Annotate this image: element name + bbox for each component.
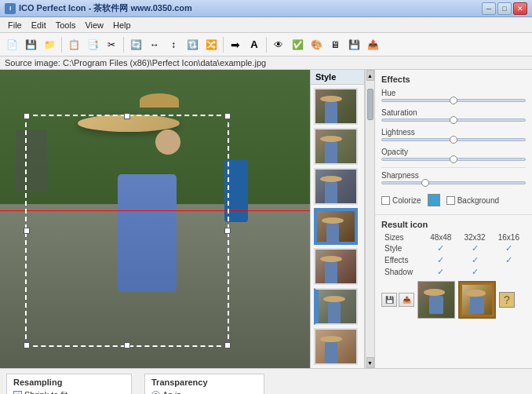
check-icon-1: ✓ [437,243,444,253]
colorize-cb-box[interactable] [381,196,390,205]
style-thumb-2[interactable] [314,128,358,165]
result-save-btn[interactable]: 💾 [381,293,397,307]
toolbar-save2[interactable]: 💾 [345,36,363,53]
style-check-1[interactable]: ✓ [424,243,457,254]
maximize-button[interactable]: □ [497,2,512,15]
scrollbar-up-btn[interactable]: ▲ [366,70,374,81]
result-icon-section: Result icon Sizes 48x48 32x32 16x16 Styl… [375,215,532,327]
toolbar-shuffle[interactable]: 🔀 [202,36,220,53]
result-previews: 💾 📤 ? [381,278,526,322]
opacity-slider[interactable] [381,158,526,161]
style-thumb-4[interactable] [314,208,358,245]
menu-file[interactable]: File [3,19,27,31]
as-is-label: As is [162,390,181,394]
opacity-slider-thumb[interactable] [450,155,457,163]
style-thumb-5[interactable] [314,248,358,285]
effects-row-label: Effects [381,254,424,266]
check-icon-7: ✓ [437,267,444,276]
toolbar-rotate[interactable]: 🔄 [127,36,144,53]
toolbar-flip-v[interactable]: ↕ [165,36,182,53]
preview-special [458,281,496,319]
preview-question: ? [499,292,515,308]
result-toolbar: 💾 📤 [381,291,414,308]
effects-section: Effects Hue Saturation Lightness [375,70,532,215]
toolbar-open[interactable]: 📁 [41,36,58,53]
style-scrollbar[interactable]: ▲ ▼ [365,70,374,368]
style-check-2[interactable]: ✓ [457,243,491,254]
source-path: Source image: C:\Program Files (x86)\Per… [5,58,266,67]
scrollbar-down-btn[interactable]: ▼ [366,357,374,368]
toolbar: 📄 💾 📁 📋 📑 ✂ 🔄 ↔ ↕ 🔃 🔀 ➡ A 👁 ✅ 🎨 🖥 💾 📤 [0,33,532,57]
shadow-row-label: Shadow [381,266,424,278]
style-thumb-1[interactable] [314,88,358,125]
resampling-title: Resampling [13,378,125,387]
toolbar-check[interactable]: ✅ [289,36,306,53]
toolbar-text[interactable]: A [246,36,263,53]
hue-slider[interactable] [381,99,526,102]
scrollbar-track [366,81,374,357]
default-area: Default [277,374,322,394]
toolbar-arrow[interactable]: ➡ [227,36,244,53]
style-panel-wrapper: Style [311,70,375,368]
check-icon-8: ✓ [472,267,479,276]
sharpness-slider[interactable] [381,181,526,184]
photo-scene [0,70,310,368]
scrollbar-thumb[interactable] [367,89,373,120]
hue-row: Hue [381,89,526,102]
shadow-check-2[interactable]: ✓ [457,266,491,278]
background-cb-box[interactable] [446,196,455,205]
minimize-button[interactable]: ─ [482,2,496,15]
style-check-3[interactable]: ✓ [492,243,526,254]
as-is-radio[interactable] [151,391,160,395]
effects-check-1[interactable]: ✓ [424,254,457,266]
check-icon-3: ✓ [505,243,512,253]
saturation-slider-thumb[interactable] [450,116,457,124]
shrink-to-fit-cb[interactable]: ✓ [13,391,22,395]
as-is-row[interactable]: As is [151,390,257,394]
shadow-check-1[interactable]: ✓ [424,266,457,278]
toolbar-copy[interactable]: 📋 [65,36,82,53]
toolbar-flip-h[interactable]: ↔ [146,36,163,53]
prev-hat-48 [424,289,446,296]
style-thumb-3[interactable] [314,168,358,205]
effects-check-3[interactable]: ✓ [492,254,526,266]
toolbar-paste[interactable]: 📑 [84,36,101,53]
lightness-row: Lightness [381,128,526,141]
shrink-check-icon: ✓ [15,392,20,395]
canvas-area[interactable] [0,70,311,368]
shrink-to-fit-row[interactable]: ✓ Shrink to fit [13,390,125,394]
style-thumb-7[interactable] [314,328,358,365]
toolbar-save[interactable]: 💾 [22,36,39,53]
toolbar-new[interactable]: 📄 [3,36,20,53]
style-thumb-6[interactable] [314,288,358,325]
menu-edit[interactable]: Edit [27,19,51,31]
result-export-btn[interactable]: 📤 [399,293,414,307]
background-label: Background [457,196,499,205]
hue-slider-thumb[interactable] [450,97,457,104]
effects-title: Effects [381,75,526,84]
lightness-slider[interactable] [381,138,526,141]
menu-help[interactable]: Help [108,19,136,31]
toolbar-eye[interactable]: 👁 [270,36,287,53]
style-panel: Style [311,70,365,368]
check-icon-2: ✓ [472,243,479,253]
toolbar-export[interactable]: 📤 [364,36,381,53]
toolbar-palette[interactable]: 🎨 [308,36,325,53]
toolbar-monitor[interactable]: 🖥 [326,36,344,53]
lightness-slider-thumb[interactable] [450,136,457,144]
effects-check-2[interactable]: ✓ [457,254,491,266]
background-checkbox[interactable]: Background [446,196,499,205]
toolbar-transform[interactable]: 🔃 [184,36,201,53]
menu-tools[interactable]: Tools [51,19,81,31]
effects-panel: Effects Hue Saturation Lightness [375,70,532,368]
sharpness-slider-thumb[interactable] [421,179,429,187]
shadow-check-3[interactable] [492,266,526,278]
color-swatch[interactable] [428,194,440,206]
toolbar-cut[interactable]: ✂ [103,36,120,53]
saturation-slider[interactable] [381,119,526,122]
close-button[interactable]: ✕ [513,2,527,15]
menu-view[interactable]: View [80,19,108,31]
preview-48 [417,281,455,319]
colorize-checkbox[interactable]: Colorize [381,196,421,205]
colorize-label: Colorize [392,196,421,205]
